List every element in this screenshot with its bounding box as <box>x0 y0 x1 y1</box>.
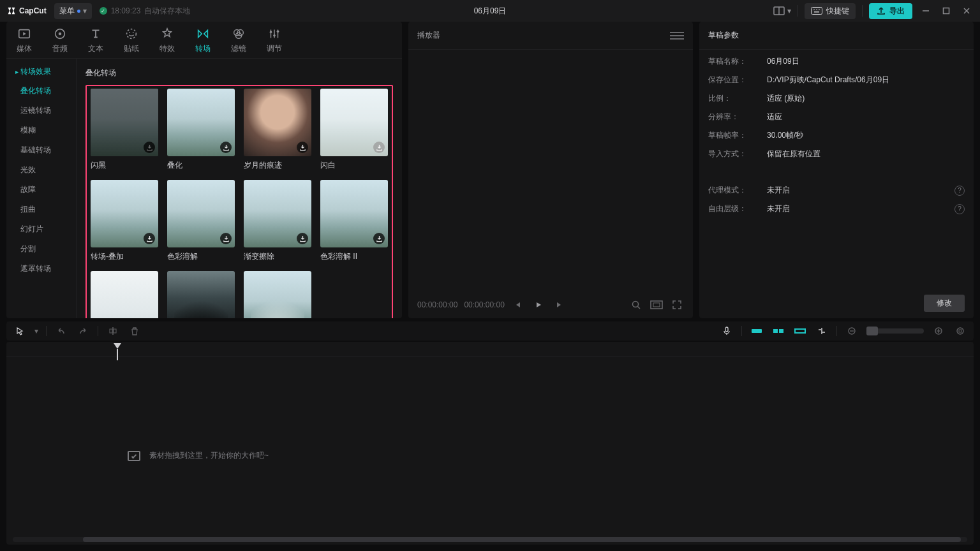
topnav-transition[interactable]: 转场 <box>185 22 221 58</box>
transition-card-color-dis3[interactable]: 色彩溶解 III <box>91 271 158 318</box>
topnav-text[interactable]: 文本 <box>78 22 114 58</box>
track-preview-toggle[interactable] <box>815 324 829 338</box>
sidebar-item-split[interactable]: 分割 <box>6 239 76 259</box>
play-button[interactable] <box>531 298 546 312</box>
transition-card-years[interactable]: 岁月的痕迹 <box>244 89 311 171</box>
transition-card-black-smoke[interactable]: 黑色烟雾 <box>167 271 235 318</box>
zoom-fit-button[interactable] <box>953 324 967 338</box>
svg-rect-40 <box>959 330 961 332</box>
next-frame-button[interactable] <box>552 298 566 312</box>
effect-icon <box>160 27 174 41</box>
transition-card-trans-add[interactable]: 转场-叠加 <box>91 180 158 262</box>
asset-topnav: 媒体音频文本贴纸特效转场滤镜调节 <box>6 22 402 59</box>
download-icon[interactable] <box>297 233 308 244</box>
transition-label: 色彩溶解 II <box>320 251 388 262</box>
transition-label: 叠化 <box>167 160 235 171</box>
download-icon[interactable] <box>220 142 232 153</box>
svg-rect-2 <box>812 8 822 15</box>
hamburger-icon[interactable] <box>670 29 684 43</box>
transition-card-color-dis[interactable]: 色彩溶解 <box>167 180 235 262</box>
download-icon[interactable] <box>144 142 155 153</box>
sidebar-item-distort[interactable]: 扭曲 <box>6 200 76 219</box>
player-viewport <box>408 50 693 291</box>
pointer-tool[interactable] <box>13 324 27 338</box>
dot-icon <box>77 10 80 13</box>
logo-icon <box>6 6 17 16</box>
track-magnet-toggle[interactable] <box>771 324 785 338</box>
modify-button[interactable]: 修改 <box>924 295 965 312</box>
autosave-status: ✓ 18:09:23 自动保存本地 <box>100 6 191 17</box>
transition-card-flash-black[interactable]: 闪黑 <box>91 89 158 171</box>
params-panel: 草稿参数 草稿名称：06月09日保存位置：D:/VIP剪映/CapCut Dra… <box>699 22 974 318</box>
window-close[interactable] <box>960 4 974 18</box>
menu-button[interactable]: 菜单 ▾ <box>54 3 92 19</box>
aspect-button[interactable]: ▾ <box>773 6 791 15</box>
window-minimize[interactable] <box>919 4 933 18</box>
topnav-adjust[interactable]: 调节 <box>256 22 292 58</box>
param-row: 保存位置：D:/VIP剪映/CapCut Drafts/06月09日 <box>708 75 965 85</box>
sidebar-item-dissolve[interactable]: 叠化转场 <box>6 81 76 101</box>
transition-card-flash-white[interactable]: 闪白 <box>320 89 388 171</box>
zoom-in-button[interactable] <box>932 324 946 338</box>
track-main-toggle[interactable] <box>750 324 764 338</box>
chevron-down-icon: ▾ <box>83 6 87 15</box>
svg-rect-33 <box>795 329 805 333</box>
transition-label: 渐变擦除 <box>244 251 311 262</box>
sidebar-item-light[interactable]: 光效 <box>6 160 76 180</box>
param-row: 草稿名称：06月09日 <box>708 56 965 67</box>
undo-button[interactable] <box>54 324 68 338</box>
sidebar-item-basic[interactable]: 基础转场 <box>6 140 76 160</box>
playhead[interactable] <box>114 343 121 349</box>
window-maximize[interactable] <box>939 4 953 18</box>
transition-card-dissolve[interactable]: 叠化 <box>167 89 235 171</box>
topnav-audio[interactable]: 音频 <box>42 22 78 58</box>
download-icon[interactable] <box>144 233 155 244</box>
zoom-slider[interactable] <box>866 328 924 334</box>
transition-card-grad-wipe[interactable]: 渐变擦除 <box>244 180 311 262</box>
split-button[interactable] <box>106 324 120 338</box>
topnav-sticker[interactable]: 贴纸 <box>114 22 149 58</box>
zoom-reset-button[interactable] <box>629 298 643 312</box>
chevron-down-icon[interactable]: ▾ <box>34 327 38 335</box>
sidebar-item-slide[interactable]: 幻灯片 <box>6 219 76 239</box>
sidebar-item-camera[interactable]: 运镜转场 <box>6 101 76 121</box>
transition-label: 转场-叠加 <box>91 251 158 262</box>
info-icon[interactable]: ? <box>954 204 965 214</box>
info-icon[interactable]: ? <box>954 186 965 196</box>
download-icon[interactable] <box>373 142 385 153</box>
param-row: 比例：适应 (原始) <box>708 93 965 104</box>
transition-label: 闪白 <box>320 160 388 171</box>
mic-button[interactable] <box>720 324 734 338</box>
delete-button[interactable] <box>128 324 142 338</box>
fullscreen-button[interactable] <box>670 298 684 312</box>
svg-point-15 <box>133 32 134 33</box>
titlebar: CapCut 菜单 ▾ ✓ 18:09:23 自动保存本地 06月09日 ▾ 快… <box>0 0 980 22</box>
download-icon[interactable] <box>220 233 232 244</box>
topnav-filter[interactable]: 滤镜 <box>221 22 256 58</box>
ratio-display-button[interactable] <box>650 298 664 312</box>
svg-point-21 <box>277 31 279 33</box>
hotkey-button[interactable]: 快捷键 <box>805 3 856 19</box>
transition-card-white-smoke[interactable]: 白色烟雾 <box>244 271 311 318</box>
transition-thumb <box>244 180 311 247</box>
svg-point-14 <box>129 32 130 33</box>
sidebar-item-mask[interactable]: 遮罩转场 <box>6 259 76 279</box>
sidebar-item-glitch[interactable]: 故障 <box>6 180 76 200</box>
prev-frame-button[interactable] <box>511 298 525 312</box>
redo-button[interactable] <box>76 324 90 338</box>
download-icon[interactable] <box>297 142 308 153</box>
topnav-media[interactable]: 媒体 <box>6 22 42 58</box>
sidebar-item-blur[interactable]: 模糊 <box>6 121 76 140</box>
svg-rect-6 <box>814 11 819 13</box>
timeline-scrollbar[interactable] <box>13 537 967 542</box>
time-ruler[interactable] <box>6 342 974 357</box>
track-link-toggle[interactable] <box>793 324 807 338</box>
transition-thumb <box>244 271 311 318</box>
transition-card-color-dis2[interactable]: 色彩溶解 II <box>320 180 388 262</box>
sidebar-group[interactable]: 转场效果 <box>6 62 76 81</box>
export-button[interactable]: 导出 <box>869 3 912 19</box>
transition-thumb <box>167 180 235 247</box>
download-icon[interactable] <box>373 233 385 244</box>
topnav-effect[interactable]: 特效 <box>149 22 185 58</box>
zoom-out-button[interactable] <box>845 324 859 338</box>
